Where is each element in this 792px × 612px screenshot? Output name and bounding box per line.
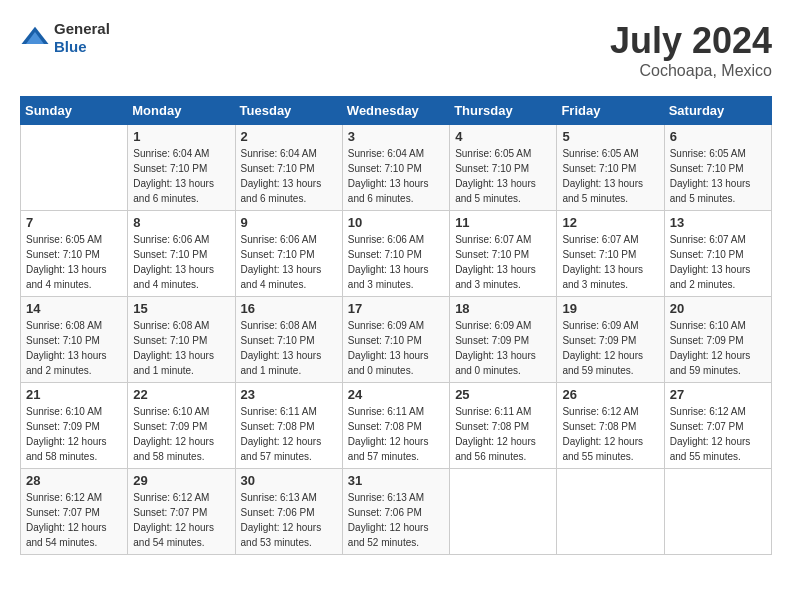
title-location: Cochoapa, Mexico	[610, 62, 772, 80]
calendar-cell: 21Sunrise: 6:10 AMSunset: 7:09 PMDayligh…	[21, 383, 128, 469]
day-number: 15	[133, 301, 229, 316]
day-number: 27	[670, 387, 766, 402]
calendar-cell: 20Sunrise: 6:10 AMSunset: 7:09 PMDayligh…	[664, 297, 771, 383]
calendar-cell: 26Sunrise: 6:12 AMSunset: 7:08 PMDayligh…	[557, 383, 664, 469]
day-number: 20	[670, 301, 766, 316]
day-info: Sunrise: 6:13 AMSunset: 7:06 PMDaylight:…	[348, 490, 444, 550]
logo-blue: Blue	[54, 38, 110, 56]
day-number: 12	[562, 215, 658, 230]
day-number: 31	[348, 473, 444, 488]
calendar-table: Sunday Monday Tuesday Wednesday Thursday…	[20, 96, 772, 555]
title-month: July 2024	[610, 20, 772, 62]
day-info: Sunrise: 6:06 AMSunset: 7:10 PMDaylight:…	[241, 232, 337, 292]
day-info: Sunrise: 6:07 AMSunset: 7:10 PMDaylight:…	[670, 232, 766, 292]
calendar-cell	[450, 469, 557, 555]
day-number: 25	[455, 387, 551, 402]
calendar-cell: 6Sunrise: 6:05 AMSunset: 7:10 PMDaylight…	[664, 125, 771, 211]
col-sunday: Sunday	[21, 97, 128, 125]
day-info: Sunrise: 6:07 AMSunset: 7:10 PMDaylight:…	[455, 232, 551, 292]
calendar-cell: 4Sunrise: 6:05 AMSunset: 7:10 PMDaylight…	[450, 125, 557, 211]
calendar-cell: 12Sunrise: 6:07 AMSunset: 7:10 PMDayligh…	[557, 211, 664, 297]
day-number: 22	[133, 387, 229, 402]
calendar-cell	[557, 469, 664, 555]
calendar-cell: 24Sunrise: 6:11 AMSunset: 7:08 PMDayligh…	[342, 383, 449, 469]
day-info: Sunrise: 6:06 AMSunset: 7:10 PMDaylight:…	[348, 232, 444, 292]
calendar-cell: 14Sunrise: 6:08 AMSunset: 7:10 PMDayligh…	[21, 297, 128, 383]
day-number: 28	[26, 473, 122, 488]
day-info: Sunrise: 6:11 AMSunset: 7:08 PMDaylight:…	[348, 404, 444, 464]
calendar-cell: 5Sunrise: 6:05 AMSunset: 7:10 PMDaylight…	[557, 125, 664, 211]
day-number: 11	[455, 215, 551, 230]
logo: General Blue	[20, 20, 110, 56]
col-monday: Monday	[128, 97, 235, 125]
day-number: 1	[133, 129, 229, 144]
day-number: 14	[26, 301, 122, 316]
day-info: Sunrise: 6:05 AMSunset: 7:10 PMDaylight:…	[670, 146, 766, 206]
day-number: 24	[348, 387, 444, 402]
day-number: 13	[670, 215, 766, 230]
header-row: Sunday Monday Tuesday Wednesday Thursday…	[21, 97, 772, 125]
calendar-cell: 25Sunrise: 6:11 AMSunset: 7:08 PMDayligh…	[450, 383, 557, 469]
calendar-cell: 31Sunrise: 6:13 AMSunset: 7:06 PMDayligh…	[342, 469, 449, 555]
calendar-cell: 9Sunrise: 6:06 AMSunset: 7:10 PMDaylight…	[235, 211, 342, 297]
day-info: Sunrise: 6:13 AMSunset: 7:06 PMDaylight:…	[241, 490, 337, 550]
col-wednesday: Wednesday	[342, 97, 449, 125]
day-number: 29	[133, 473, 229, 488]
day-number: 16	[241, 301, 337, 316]
day-info: Sunrise: 6:06 AMSunset: 7:10 PMDaylight:…	[133, 232, 229, 292]
day-info: Sunrise: 6:12 AMSunset: 7:07 PMDaylight:…	[133, 490, 229, 550]
calendar-cell: 11Sunrise: 6:07 AMSunset: 7:10 PMDayligh…	[450, 211, 557, 297]
day-info: Sunrise: 6:10 AMSunset: 7:09 PMDaylight:…	[133, 404, 229, 464]
col-thursday: Thursday	[450, 97, 557, 125]
day-number: 23	[241, 387, 337, 402]
day-info: Sunrise: 6:08 AMSunset: 7:10 PMDaylight:…	[26, 318, 122, 378]
calendar-header: Sunday Monday Tuesday Wednesday Thursday…	[21, 97, 772, 125]
title-block: July 2024 Cochoapa, Mexico	[610, 20, 772, 80]
col-friday: Friday	[557, 97, 664, 125]
day-info: Sunrise: 6:07 AMSunset: 7:10 PMDaylight:…	[562, 232, 658, 292]
day-number: 10	[348, 215, 444, 230]
day-number: 4	[455, 129, 551, 144]
calendar-cell: 29Sunrise: 6:12 AMSunset: 7:07 PMDayligh…	[128, 469, 235, 555]
day-number: 19	[562, 301, 658, 316]
logo-general: General	[54, 20, 110, 38]
day-info: Sunrise: 6:12 AMSunset: 7:08 PMDaylight:…	[562, 404, 658, 464]
day-number: 18	[455, 301, 551, 316]
calendar-cell: 16Sunrise: 6:08 AMSunset: 7:10 PMDayligh…	[235, 297, 342, 383]
calendar-cell: 1Sunrise: 6:04 AMSunset: 7:10 PMDaylight…	[128, 125, 235, 211]
day-info: Sunrise: 6:08 AMSunset: 7:10 PMDaylight:…	[133, 318, 229, 378]
col-saturday: Saturday	[664, 97, 771, 125]
calendar-cell: 10Sunrise: 6:06 AMSunset: 7:10 PMDayligh…	[342, 211, 449, 297]
day-info: Sunrise: 6:05 AMSunset: 7:10 PMDaylight:…	[455, 146, 551, 206]
calendar-cell: 2Sunrise: 6:04 AMSunset: 7:10 PMDaylight…	[235, 125, 342, 211]
day-info: Sunrise: 6:04 AMSunset: 7:10 PMDaylight:…	[133, 146, 229, 206]
day-number: 6	[670, 129, 766, 144]
calendar-week-4: 21Sunrise: 6:10 AMSunset: 7:09 PMDayligh…	[21, 383, 772, 469]
day-info: Sunrise: 6:11 AMSunset: 7:08 PMDaylight:…	[241, 404, 337, 464]
day-number: 17	[348, 301, 444, 316]
col-tuesday: Tuesday	[235, 97, 342, 125]
day-number: 9	[241, 215, 337, 230]
day-number: 8	[133, 215, 229, 230]
calendar-cell: 28Sunrise: 6:12 AMSunset: 7:07 PMDayligh…	[21, 469, 128, 555]
day-info: Sunrise: 6:04 AMSunset: 7:10 PMDaylight:…	[241, 146, 337, 206]
day-info: Sunrise: 6:05 AMSunset: 7:10 PMDaylight:…	[26, 232, 122, 292]
calendar-body: 1Sunrise: 6:04 AMSunset: 7:10 PMDaylight…	[21, 125, 772, 555]
calendar-cell: 27Sunrise: 6:12 AMSunset: 7:07 PMDayligh…	[664, 383, 771, 469]
day-info: Sunrise: 6:09 AMSunset: 7:09 PMDaylight:…	[455, 318, 551, 378]
calendar-week-5: 28Sunrise: 6:12 AMSunset: 7:07 PMDayligh…	[21, 469, 772, 555]
calendar-cell: 22Sunrise: 6:10 AMSunset: 7:09 PMDayligh…	[128, 383, 235, 469]
calendar-week-2: 7Sunrise: 6:05 AMSunset: 7:10 PMDaylight…	[21, 211, 772, 297]
calendar-cell: 17Sunrise: 6:09 AMSunset: 7:10 PMDayligh…	[342, 297, 449, 383]
day-number: 21	[26, 387, 122, 402]
day-info: Sunrise: 6:10 AMSunset: 7:09 PMDaylight:…	[670, 318, 766, 378]
logo-text: General Blue	[54, 20, 110, 56]
day-number: 2	[241, 129, 337, 144]
day-info: Sunrise: 6:10 AMSunset: 7:09 PMDaylight:…	[26, 404, 122, 464]
day-info: Sunrise: 6:12 AMSunset: 7:07 PMDaylight:…	[26, 490, 122, 550]
calendar-cell: 8Sunrise: 6:06 AMSunset: 7:10 PMDaylight…	[128, 211, 235, 297]
day-info: Sunrise: 6:08 AMSunset: 7:10 PMDaylight:…	[241, 318, 337, 378]
calendar-cell: 3Sunrise: 6:04 AMSunset: 7:10 PMDaylight…	[342, 125, 449, 211]
calendar-cell: 15Sunrise: 6:08 AMSunset: 7:10 PMDayligh…	[128, 297, 235, 383]
calendar-cell	[664, 469, 771, 555]
